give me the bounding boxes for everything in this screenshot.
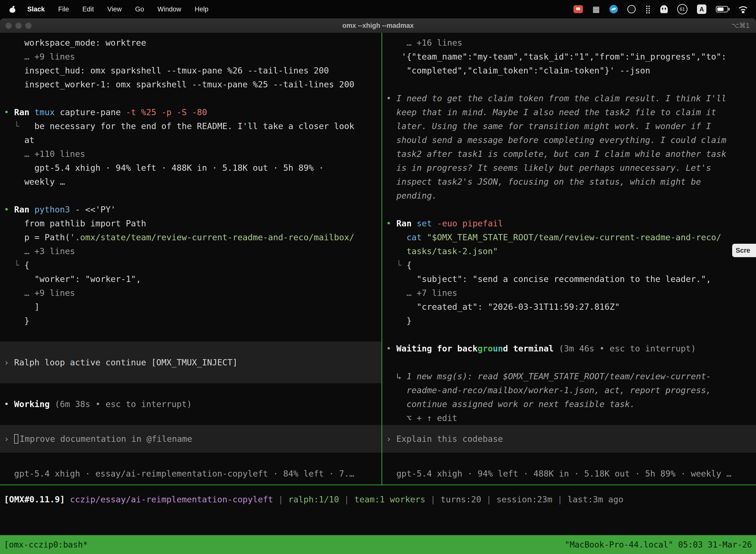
text-segment bbox=[9, 399, 14, 409]
terminal-line bbox=[386, 77, 756, 91]
text-segment: • bbox=[386, 218, 391, 228]
text-segment: Ran bbox=[14, 205, 29, 214]
text-segment: tasks/task-2.json" bbox=[406, 246, 498, 256]
apple-menu-icon[interactable] bbox=[9, 6, 15, 13]
text-segment: un bbox=[493, 343, 503, 353]
terminal-line: weekly … bbox=[4, 175, 381, 189]
text-segment: | bbox=[273, 494, 288, 504]
terminal-line: • Ran set -euo pipefail bbox=[386, 216, 756, 230]
terminal-line: should send a message before completing … bbox=[386, 133, 756, 147]
text-segment: } bbox=[386, 316, 412, 326]
window-title-bar[interactable]: omx --xhigh --madmax ⌥⌘1 bbox=[0, 18, 756, 33]
terminal-line: later. Using the same for transition mig… bbox=[386, 119, 756, 133]
pane-divider-horizontal bbox=[0, 485, 756, 485]
menu-go[interactable]: Go bbox=[135, 5, 144, 13]
terminal-line bbox=[386, 355, 756, 369]
text-segment: p = Path( bbox=[4, 232, 70, 242]
text-segment: ↳ bbox=[386, 371, 406, 381]
text-segment: d terminal bbox=[503, 343, 554, 353]
battery-icon[interactable] bbox=[716, 6, 728, 12]
text-segment: | bbox=[552, 494, 567, 504]
battery-percent-icon[interactable]: 61 bbox=[677, 4, 688, 14]
composer-input-row[interactable]: › Improve documentation in @filename bbox=[0, 425, 381, 453]
text-segment: [OMX#0.11.9] bbox=[4, 494, 65, 504]
terminal-line: "completed","claim_token":"claim-token"}… bbox=[386, 63, 756, 77]
left-terminal-pane[interactable]: workspace_mode: worktree … +9 lines insp… bbox=[0, 33, 381, 485]
screen-share-pill[interactable]: Scre bbox=[732, 244, 756, 257]
text-segment: … +3 lines bbox=[4, 246, 75, 256]
menu-help[interactable]: Help bbox=[195, 5, 208, 13]
menu-edit[interactable]: Edit bbox=[82, 5, 94, 13]
terminal-line: readme-and-reco/mailbox/worker-1.json, a… bbox=[386, 383, 756, 397]
terminal-line bbox=[4, 91, 381, 105]
text-segment: gpt-5.4 xhigh · 94% left · 488K in · 5.1… bbox=[386, 468, 732, 479]
text-segment: • bbox=[4, 399, 9, 409]
text-segment: capture-pane bbox=[55, 107, 121, 117]
tmux-status-bar: [omx-cczip0:bash* "MacBook-Pro-44.local"… bbox=[0, 535, 756, 554]
text-segment bbox=[9, 432, 14, 446]
text-segment: • bbox=[4, 205, 9, 214]
text-segment: '.omx/state/team/review-current-readme-a… bbox=[70, 232, 354, 242]
terminal-line bbox=[4, 383, 381, 397]
text-segment: is in progress? It seems likely but perh… bbox=[386, 163, 711, 173]
text-segment: { bbox=[24, 260, 29, 270]
terminal-line: pending. bbox=[386, 189, 756, 203]
blue-app-icon[interactable] bbox=[610, 5, 618, 13]
input-source-icon[interactable]: A bbox=[697, 4, 706, 14]
text-segment: | bbox=[425, 494, 441, 504]
ghost-icon[interactable] bbox=[660, 5, 668, 13]
desktop: SlackFileEditViewGoWindowHelp ▦⣿61A omx … bbox=[0, 0, 756, 554]
terminal-line: └ be necessary for the end of the README… bbox=[4, 119, 381, 133]
text-segment: should send a message before completing … bbox=[386, 135, 726, 145]
text-segment: "$OMX_TEAM_STATE_ROOT/team/review-curren… bbox=[427, 232, 721, 242]
terminal-line: … +7 lines bbox=[386, 286, 756, 300]
menu-window[interactable]: Window bbox=[158, 5, 181, 13]
suggestion-explain-codebase-row[interactable]: › Explain this codebase bbox=[382, 425, 756, 453]
text-segment: gpt-5.4 xhigh · 94% left · 488K in · 5.1… bbox=[4, 163, 324, 173]
text-segment: from pathlib import Path bbox=[4, 218, 146, 228]
text-segment: "created_at": "2026-03-31T11:59:27.816Z" bbox=[386, 302, 620, 312]
menu-slack[interactable]: Slack bbox=[27, 5, 45, 13]
zoom-button[interactable] bbox=[25, 22, 32, 29]
minimize-button[interactable] bbox=[15, 22, 21, 29]
text-segment bbox=[386, 232, 406, 242]
close-button[interactable] bbox=[5, 22, 12, 29]
terminal-line: gpt-5.4 xhigh · essay/ai-reimplementatio… bbox=[4, 466, 381, 481]
text-segment: | bbox=[481, 494, 496, 504]
terminal-line: • Ran tmux capture-pane -t %25 -p -S -80 bbox=[4, 105, 381, 119]
text-segment: Ran bbox=[14, 107, 29, 117]
text-segment: gpt-5.4 xhigh · essay/ai-reimplementatio… bbox=[4, 468, 354, 479]
tmux-panes: workspace_mode: worktree … +9 lines insp… bbox=[0, 33, 756, 485]
text-segment bbox=[29, 107, 34, 117]
text-segment: … +16 lines bbox=[386, 38, 462, 48]
terminal-line: inspect_hud: omx sparkshell --tmux-pane … bbox=[4, 63, 381, 77]
terminal-line bbox=[4, 189, 381, 203]
right-terminal-pane[interactable]: … +16 lines '{"team_name":"my-team","tas… bbox=[382, 33, 756, 485]
terminal-line: inspect_worker-1: omx sparkshell --tmux-… bbox=[4, 77, 381, 91]
text-segment: -t %25 -p -S -80 bbox=[121, 107, 207, 117]
dark-app-icon[interactable] bbox=[627, 5, 636, 13]
text-segment: • bbox=[386, 93, 391, 103]
text-segment: ] bbox=[4, 302, 40, 312]
wifi-icon[interactable] bbox=[738, 5, 749, 13]
text-segment: turns:20 bbox=[441, 494, 481, 504]
text-segment bbox=[422, 232, 427, 242]
text-segment: pending. bbox=[386, 190, 437, 201]
text-segment bbox=[391, 93, 396, 103]
text-segment bbox=[9, 205, 14, 214]
menu-view[interactable]: View bbox=[107, 5, 122, 13]
ralph-loop-prompt-row[interactable]: › Ralph loop active continue [OMX_TMUX_I… bbox=[0, 341, 381, 383]
text-segment: be necessary for the end of the README. … bbox=[35, 121, 355, 131]
text-segment: cczip/essay/ai-reimplementation-copyleft bbox=[70, 494, 273, 504]
terminal-line bbox=[4, 453, 381, 466]
dots-grid-icon[interactable]: ⣿ bbox=[645, 4, 651, 14]
terminal-line: keep that in mind. Maybe I also need the… bbox=[386, 105, 756, 119]
screen-recording-icon[interactable] bbox=[573, 5, 583, 13]
menu-file[interactable]: File bbox=[58, 5, 69, 13]
terminal-line: • I need to get the claim token from the… bbox=[386, 91, 756, 105]
text-segment: Ralph loop active continue [OMX_TMUX_INJ… bbox=[9, 355, 237, 369]
keyboard-icon[interactable]: ▦ bbox=[592, 4, 600, 14]
text-segment: "worker": "worker-1", bbox=[4, 274, 141, 284]
terminal-line: gpt-5.4 xhigh · 94% left · 488K in · 5.1… bbox=[386, 466, 756, 481]
text-segment: } bbox=[4, 316, 29, 326]
